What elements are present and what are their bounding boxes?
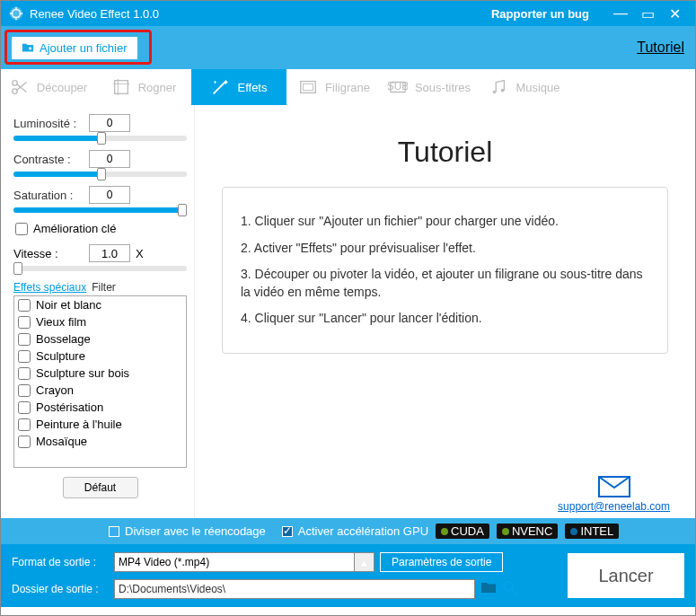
body-area: Luminosité : Contraste : Saturation : Am… [1, 105, 695, 518]
search-icon[interactable] [502, 580, 518, 599]
gpu-checkbox[interactable] [282, 526, 293, 537]
wand-icon [210, 77, 230, 97]
tab-subtitles[interactable]: SUB Sous-titres [382, 69, 477, 105]
key-improve-checkbox[interactable] [15, 223, 28, 235]
svg-point-3 [13, 89, 18, 94]
tab-watermark[interactable]: Filigrane [286, 69, 382, 105]
tab-label: Sous-titres [415, 81, 471, 94]
list-item: Noir et blanc [14, 296, 186, 313]
options-bar: Diviser avec le réencodage Activer accél… [1, 518, 695, 544]
saturation-input[interactable] [89, 186, 130, 204]
tab-cut[interactable]: Découper [1, 69, 96, 105]
fx-checkbox[interactable] [18, 384, 31, 397]
fx-checkbox[interactable] [18, 367, 31, 380]
contrast-label: Contraste : [13, 153, 84, 166]
effects-list[interactable]: Noir et blanc Vieux film Bosselage Sculp… [13, 295, 187, 468]
crop-icon [111, 77, 131, 97]
watermark-icon [298, 77, 318, 97]
fx-name: Bosselage [36, 332, 91, 346]
close-button[interactable]: ✕ [661, 1, 688, 26]
saturation-slider[interactable] [13, 207, 187, 213]
fx-checkbox[interactable] [18, 333, 31, 346]
launch-button[interactable]: Lancer [568, 553, 684, 598]
folder-plus-icon [22, 41, 34, 54]
tutorial-link[interactable]: Tutoriel [637, 40, 684, 56]
tab-crop[interactable]: Rogner [96, 69, 191, 105]
fx-name: Crayon [36, 383, 74, 397]
tabbar: Découper Rogner Effets Filigrane SUB Sou… [1, 69, 695, 105]
tutorial-step: 4. Cliquer sur "Lancer" pour lancer l'éd… [241, 310, 649, 328]
add-file-label: Ajouter un fichier [40, 41, 128, 55]
report-bug-link[interactable]: Rapporter un bug [491, 7, 589, 21]
fx-name: Vieux film [36, 315, 86, 329]
maximize-button[interactable]: ▭ [634, 1, 661, 26]
intel-badge: INTEL [565, 524, 619, 539]
filter-label: Filter [92, 281, 116, 294]
support-email-link[interactable]: support@reneelab.com [558, 500, 670, 513]
tab-music[interactable]: Musique [477, 69, 572, 105]
app-window: Renee Video Effect 1.0.0 Rapporter un bu… [0, 0, 696, 616]
fx-name: Peinture à l'huile [36, 418, 122, 431]
subtitle-icon: SUB [388, 77, 408, 97]
tab-label: Musique [515, 81, 559, 94]
list-item: Crayon [14, 382, 186, 399]
chevron-up-icon[interactable]: ▴ [354, 553, 374, 571]
gpu-label: Activer accélération GPU [298, 524, 428, 538]
list-item: Mosaïque [14, 433, 186, 450]
list-item: Sculpture [14, 348, 186, 365]
tab-label: Effets [237, 81, 267, 94]
tutorial-step: 3. Découper ou pivoter la vidéo, et ajou… [241, 266, 649, 301]
bottom-bar: Format de sortie : ▴ Paramètres de sorti… [1, 544, 695, 607]
fx-checkbox[interactable] [18, 418, 31, 431]
list-item: Peinture à l'huile [14, 416, 186, 433]
minimize-button[interactable]: — [607, 1, 634, 26]
speed-input[interactable] [89, 244, 130, 262]
fx-name: Sculpture [36, 349, 85, 363]
fx-checkbox[interactable] [18, 299, 31, 312]
speed-slider[interactable] [13, 266, 187, 271]
mail-icon [598, 476, 630, 497]
list-item: Bosselage [14, 330, 186, 348]
fx-checkbox[interactable] [18, 316, 31, 329]
contrast-slider[interactable] [13, 172, 187, 177]
add-file-button[interactable]: Ajouter un fichier [12, 37, 137, 59]
split-checkbox[interactable] [109, 526, 119, 537]
special-effects-link[interactable]: Effets spéciaux [13, 281, 86, 294]
brightness-slider[interactable] [13, 136, 187, 141]
list-item: Vieux film [14, 313, 186, 330]
format-value[interactable] [115, 553, 354, 571]
music-icon [489, 77, 508, 97]
list-item: Postérisation [14, 399, 186, 416]
fx-checkbox[interactable] [18, 350, 31, 363]
saturation-label: Saturation : [13, 189, 84, 202]
format-label: Format de sortie : [12, 556, 109, 568]
support-block: support@reneelab.com [558, 476, 670, 513]
fx-checkbox[interactable] [18, 436, 31, 448]
fx-checkbox[interactable] [18, 401, 31, 414]
default-button[interactable]: Défaut [63, 477, 138, 498]
folder-input[interactable] [114, 579, 475, 599]
nvenc-badge: NVENC [497, 524, 559, 539]
toolbar: Ajouter un fichier Tutoriel [1, 26, 695, 69]
tab-label: Rogner [138, 81, 177, 94]
fx-name: Sculpture sur bois [36, 366, 129, 380]
tab-label: Filigrane [325, 81, 370, 94]
main-pane: Tutoriel 1. Cliquer sur "Ajouter un fich… [195, 105, 695, 518]
contrast-input[interactable] [89, 150, 130, 168]
speed-unit: X [136, 247, 144, 260]
tutorial-step: 2. Activer "Effets" pour prévisualiser l… [241, 240, 649, 258]
fx-name: Postérisation [36, 400, 103, 414]
brightness-label: Luminosité : [13, 117, 84, 130]
tab-label: Découper [37, 81, 87, 94]
list-item: Sculpture sur bois [14, 365, 186, 382]
tab-effects[interactable]: Effets [191, 69, 286, 105]
brightness-input[interactable] [89, 114, 130, 132]
svg-point-9 [493, 91, 497, 94]
cuda-badge: CUDA [436, 524, 489, 539]
folder-open-icon[interactable] [480, 580, 497, 598]
speed-label: Vitesse : [13, 247, 84, 260]
app-title: Renee Video Effect 1.0.0 [30, 7, 159, 21]
effects-panel: Luminosité : Contraste : Saturation : Am… [1, 105, 195, 518]
output-params-button[interactable]: Paramètres de sortie [380, 552, 503, 572]
format-select[interactable]: ▴ [114, 552, 374, 572]
